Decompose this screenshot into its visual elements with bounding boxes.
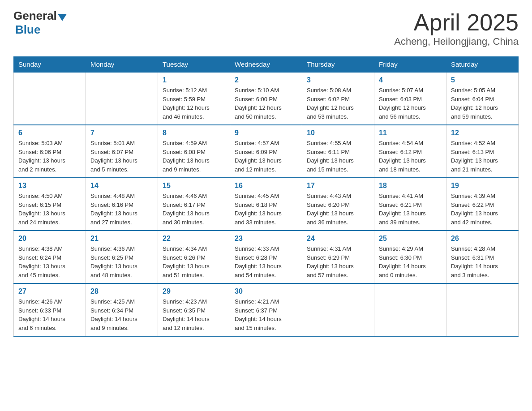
- day-info: Sunrise: 4:45 AM Sunset: 6:18 PM Dayligh…: [235, 192, 297, 227]
- day-number: 17: [307, 182, 369, 190]
- calendar-cell: 13Sunrise: 4:50 AM Sunset: 6:15 PM Dayli…: [14, 178, 86, 231]
- calendar-cell: 30Sunrise: 4:21 AM Sunset: 6:37 PM Dayli…: [230, 283, 302, 336]
- day-number: 13: [18, 182, 81, 190]
- calendar-cell: 1Sunrise: 5:12 AM Sunset: 5:59 PM Daylig…: [158, 72, 230, 125]
- calendar-cell: 21Sunrise: 4:36 AM Sunset: 6:25 PM Dayli…: [86, 231, 158, 283]
- day-number: 3: [307, 76, 369, 84]
- week-row-5: 27Sunrise: 4:26 AM Sunset: 6:33 PM Dayli…: [14, 283, 519, 336]
- day-info: Sunrise: 4:28 AM Sunset: 6:31 PM Dayligh…: [451, 244, 514, 279]
- weekday-sunday: Sunday: [14, 57, 86, 73]
- calendar-cell: [14, 72, 86, 125]
- calendar-cell: [374, 283, 446, 336]
- calendar-cell: 4Sunrise: 5:07 AM Sunset: 6:03 PM Daylig…: [374, 72, 446, 125]
- day-info: Sunrise: 4:57 AM Sunset: 6:09 PM Dayligh…: [235, 139, 297, 174]
- day-info: Sunrise: 4:50 AM Sunset: 6:15 PM Dayligh…: [18, 192, 81, 227]
- day-info: Sunrise: 4:23 AM Sunset: 6:35 PM Dayligh…: [163, 297, 225, 332]
- day-info: Sunrise: 4:46 AM Sunset: 6:17 PM Dayligh…: [163, 192, 225, 227]
- day-info: Sunrise: 5:01 AM Sunset: 6:07 PM Dayligh…: [90, 139, 153, 174]
- logo-triangle-icon: [58, 14, 67, 21]
- day-info: Sunrise: 5:03 AM Sunset: 6:06 PM Dayligh…: [18, 139, 81, 174]
- day-number: 22: [163, 235, 225, 243]
- calendar-cell: [446, 283, 519, 336]
- logo-general-text: General: [13, 9, 57, 23]
- day-info: Sunrise: 4:38 AM Sunset: 6:24 PM Dayligh…: [18, 244, 81, 279]
- day-info: Sunrise: 4:54 AM Sunset: 6:12 PM Dayligh…: [379, 139, 442, 174]
- day-info: Sunrise: 4:25 AM Sunset: 6:34 PM Dayligh…: [90, 297, 153, 332]
- day-number: 15: [163, 182, 225, 190]
- day-info: Sunrise: 4:41 AM Sunset: 6:21 PM Dayligh…: [379, 192, 442, 227]
- calendar-cell: 22Sunrise: 4:34 AM Sunset: 6:26 PM Dayli…: [158, 231, 230, 283]
- day-info: Sunrise: 4:33 AM Sunset: 6:28 PM Dayligh…: [235, 244, 297, 279]
- calendar-cell: 29Sunrise: 4:23 AM Sunset: 6:35 PM Dayli…: [158, 283, 230, 336]
- week-row-3: 13Sunrise: 4:50 AM Sunset: 6:15 PM Dayli…: [14, 178, 519, 231]
- calendar-cell: 28Sunrise: 4:25 AM Sunset: 6:34 PM Dayli…: [86, 283, 158, 336]
- calendar-cell: 19Sunrise: 4:39 AM Sunset: 6:22 PM Dayli…: [446, 178, 519, 231]
- day-number: 27: [18, 287, 81, 295]
- calendar-cell: 26Sunrise: 4:28 AM Sunset: 6:31 PM Dayli…: [446, 231, 519, 283]
- calendar-cell: 16Sunrise: 4:45 AM Sunset: 6:18 PM Dayli…: [230, 178, 302, 231]
- day-number: 9: [235, 129, 297, 137]
- day-info: Sunrise: 4:48 AM Sunset: 6:16 PM Dayligh…: [90, 192, 153, 227]
- calendar-cell: 27Sunrise: 4:26 AM Sunset: 6:33 PM Dayli…: [14, 283, 86, 336]
- day-number: 21: [90, 235, 153, 243]
- day-info: Sunrise: 4:26 AM Sunset: 6:33 PM Dayligh…: [18, 297, 81, 332]
- calendar-cell: 3Sunrise: 5:08 AM Sunset: 6:02 PM Daylig…: [302, 72, 374, 125]
- calendar-cell: 12Sunrise: 4:52 AM Sunset: 6:13 PM Dayli…: [446, 125, 519, 178]
- day-number: 24: [307, 235, 369, 243]
- calendar-cell: 14Sunrise: 4:48 AM Sunset: 6:16 PM Dayli…: [86, 178, 158, 231]
- calendar-cell: 18Sunrise: 4:41 AM Sunset: 6:21 PM Dayli…: [374, 178, 446, 231]
- title-block: April 2025 Acheng, Heilongjiang, China: [394, 9, 519, 47]
- calendar-cell: 6Sunrise: 5:03 AM Sunset: 6:06 PM Daylig…: [14, 125, 86, 178]
- day-info: Sunrise: 4:36 AM Sunset: 6:25 PM Dayligh…: [90, 244, 153, 279]
- day-number: 23: [235, 235, 297, 243]
- page-header: General Blue April 2025 Acheng, Heilongj…: [13, 9, 519, 47]
- day-number: 11: [379, 129, 442, 137]
- day-info: Sunrise: 4:34 AM Sunset: 6:26 PM Dayligh…: [163, 244, 225, 279]
- day-number: 8: [163, 129, 225, 137]
- calendar-subtitle: Acheng, Heilongjiang, China: [394, 36, 519, 47]
- calendar-cell: 23Sunrise: 4:33 AM Sunset: 6:28 PM Dayli…: [230, 231, 302, 283]
- week-row-2: 6Sunrise: 5:03 AM Sunset: 6:06 PM Daylig…: [14, 125, 519, 178]
- weekday-saturday: Saturday: [446, 57, 519, 73]
- weekday-friday: Friday: [374, 57, 446, 73]
- day-info: Sunrise: 4:52 AM Sunset: 6:13 PM Dayligh…: [451, 139, 514, 174]
- day-number: 4: [379, 76, 442, 84]
- calendar-cell: 7Sunrise: 5:01 AM Sunset: 6:07 PM Daylig…: [86, 125, 158, 178]
- weekday-thursday: Thursday: [302, 57, 374, 73]
- day-number: 25: [379, 235, 442, 243]
- calendar-cell: 2Sunrise: 5:10 AM Sunset: 6:00 PM Daylig…: [230, 72, 302, 125]
- calendar-cell: [86, 72, 158, 125]
- calendar-cell: 9Sunrise: 4:57 AM Sunset: 6:09 PM Daylig…: [230, 125, 302, 178]
- day-number: 28: [90, 287, 153, 295]
- day-info: Sunrise: 5:05 AM Sunset: 6:04 PM Dayligh…: [451, 86, 514, 121]
- calendar-title: April 2025: [394, 9, 519, 36]
- logo-blue-text: Blue: [13, 23, 40, 37]
- calendar-cell: 24Sunrise: 4:31 AM Sunset: 6:29 PM Dayli…: [302, 231, 374, 283]
- day-info: Sunrise: 5:12 AM Sunset: 5:59 PM Dayligh…: [163, 86, 225, 121]
- day-info: Sunrise: 4:55 AM Sunset: 6:11 PM Dayligh…: [307, 139, 369, 174]
- weekday-monday: Monday: [86, 57, 158, 73]
- day-info: Sunrise: 4:21 AM Sunset: 6:37 PM Dayligh…: [235, 297, 297, 332]
- day-number: 6: [18, 129, 81, 137]
- day-info: Sunrise: 5:08 AM Sunset: 6:02 PM Dayligh…: [307, 86, 369, 121]
- day-info: Sunrise: 5:10 AM Sunset: 6:00 PM Dayligh…: [235, 86, 297, 121]
- calendar-cell: 15Sunrise: 4:46 AM Sunset: 6:17 PM Dayli…: [158, 178, 230, 231]
- day-number: 19: [451, 182, 514, 190]
- day-info: Sunrise: 4:31 AM Sunset: 6:29 PM Dayligh…: [307, 244, 369, 279]
- calendar-table: SundayMondayTuesdayWednesdayThursdayFrid…: [13, 56, 519, 337]
- weekday-wednesday: Wednesday: [230, 57, 302, 73]
- calendar-cell: 11Sunrise: 4:54 AM Sunset: 6:12 PM Dayli…: [374, 125, 446, 178]
- day-info: Sunrise: 4:29 AM Sunset: 6:30 PM Dayligh…: [379, 244, 442, 279]
- day-number: 1: [163, 76, 225, 84]
- day-info: Sunrise: 5:07 AM Sunset: 6:03 PM Dayligh…: [379, 86, 442, 121]
- logo: General Blue: [13, 9, 67, 37]
- week-row-1: 1Sunrise: 5:12 AM Sunset: 5:59 PM Daylig…: [14, 72, 519, 125]
- day-number: 20: [18, 235, 81, 243]
- day-number: 29: [163, 287, 225, 295]
- weekday-header-row: SundayMondayTuesdayWednesdayThursdayFrid…: [14, 57, 519, 73]
- calendar-cell: [302, 283, 374, 336]
- calendar-cell: 25Sunrise: 4:29 AM Sunset: 6:30 PM Dayli…: [374, 231, 446, 283]
- calendar-cell: 8Sunrise: 4:59 AM Sunset: 6:08 PM Daylig…: [158, 125, 230, 178]
- day-number: 10: [307, 129, 369, 137]
- day-number: 30: [235, 287, 297, 295]
